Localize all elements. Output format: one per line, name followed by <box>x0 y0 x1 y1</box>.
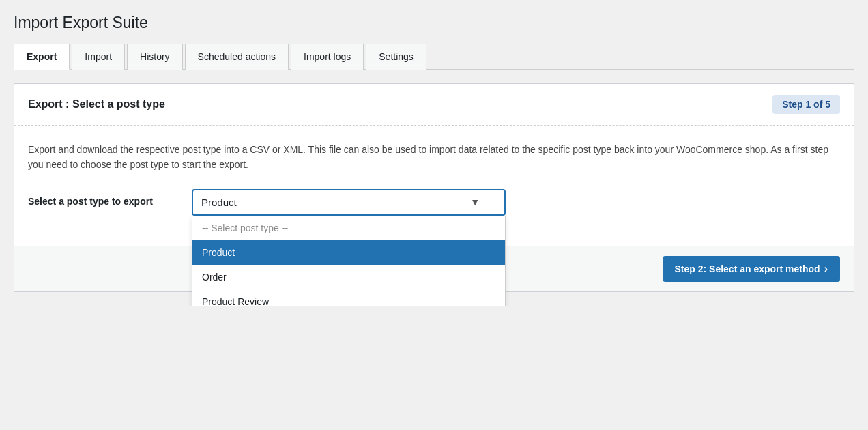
form-label: Select a post type to export <box>28 189 178 207</box>
main-card: Export : Select a post type Step 1 of 5 … <box>14 83 854 292</box>
card-header: Export : Select a post type Step 1 of 5 <box>14 84 854 126</box>
card-header-title: Export : Select a post type <box>28 98 165 111</box>
tab-history[interactable]: History <box>127 44 183 70</box>
tab-import[interactable]: Import <box>72 44 125 70</box>
description-text: Export and download the respective post … <box>28 142 840 173</box>
select-display[interactable]: Product ▼ <box>192 189 506 216</box>
step-badge: Step 1 of 5 <box>772 95 840 114</box>
dropdown-option-product[interactable]: Product <box>192 240 505 265</box>
arrow-right-icon: › <box>824 263 828 275</box>
select-wrapper: Product ▼ -- Select post type -- Product… <box>192 189 506 216</box>
dropdown-option-product-review[interactable]: Product Review <box>192 289 505 306</box>
chevron-down-icon: ▼ <box>470 197 480 207</box>
tab-settings[interactable]: Settings <box>366 44 426 70</box>
tab-export[interactable]: Export <box>14 44 70 70</box>
tab-import-logs[interactable]: Import logs <box>291 44 364 70</box>
dropdown-menu: -- Select post type -- Product Order Pro… <box>192 216 506 306</box>
dropdown-option-placeholder[interactable]: -- Select post type -- <box>192 216 505 240</box>
dropdown-option-order[interactable]: Order <box>192 265 505 289</box>
select-display-text: Product <box>201 197 237 208</box>
tab-scheduled-actions[interactable]: Scheduled actions <box>185 44 289 70</box>
next-step-label: Step 2: Select an export method <box>675 263 820 274</box>
page-title: Import Export Suite <box>14 14 854 32</box>
form-row: Select a post type to export Product ▼ -… <box>28 189 840 232</box>
tabs-bar: Export Import History Scheduled actions … <box>14 43 854 70</box>
card-body: Export and download the respective post … <box>14 126 854 232</box>
next-step-button[interactable]: Step 2: Select an export method › <box>663 256 841 282</box>
